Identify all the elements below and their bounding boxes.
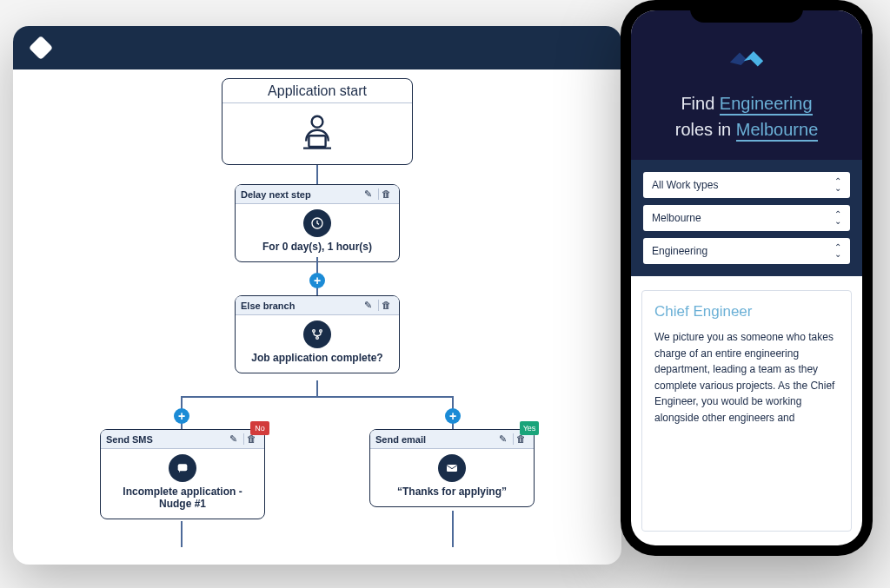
delete-icon[interactable]: 🗑 [378,300,394,311]
node-body: Incomplete application - Nudge #1 [101,482,264,519]
node-header: Send email ✎ 🗑 [370,430,534,449]
edit-icon[interactable]: ✎ [496,433,509,445]
svg-point-4 [313,330,315,333]
node-application-start[interactable]: Application start [222,78,413,165]
node-header-label: Delay next step [241,189,311,200]
node-header-label: Send SMS [106,434,153,445]
node-branch[interactable]: Else branch ✎ 🗑 Job application complete… [235,295,400,373]
node-delay[interactable]: Delay next step ✎ 🗑 For 0 day(s), 1 hour… [235,184,400,262]
stepper-icon: ⌃⌄ [834,211,841,225]
svg-point-6 [316,337,319,340]
job-description: We picture you as someone who takes char… [654,329,839,426]
node-header: Else branch ✎ 🗑 [236,296,399,315]
select-value: All Work types [652,179,718,191]
edit-icon[interactable]: ✎ [227,433,240,445]
person-laptop-icon [289,109,345,157]
add-step-button[interactable]: + [174,408,189,424]
workflow-canvas[interactable]: Application start Delay next step ✎ 🗑 [13,69,621,565]
mobile-app-screen: Find Engineering roles in Melbourne All … [631,10,862,545]
stepper-icon: ⌃⌄ [834,244,841,258]
select-value: Engineering [652,245,707,257]
hero-mid: roles in [675,120,736,139]
svg-rect-7 [178,464,188,471]
stepper-icon: ⌃⌄ [834,178,841,192]
hero-highlight-1[interactable]: Engineering [720,94,813,116]
app-header [13,26,621,69]
branch-icon [303,320,331,348]
hero-text: Find Engineering roles in Melbourne [647,90,847,142]
workflow-editor-panel: Application start Delay next step ✎ 🗑 [13,26,621,565]
connector [316,165,318,184]
node-title: Application start [222,79,412,103]
node-header: Delay next step ✎ 🗑 [236,185,399,204]
job-title: Chief Engineer [654,303,839,320]
clock-icon [303,209,331,237]
hero-section: Find Engineering roles in Melbourne [631,10,862,160]
node-header-label: Else branch [241,301,295,311]
node-body: Job application complete? [244,348,389,373]
node-send-email[interactable]: Yes Send email ✎ 🗑 “Thanks for applying” [369,429,535,507]
branch-badge-no: No [250,421,269,435]
connector [181,521,183,547]
brand-logo-icon [726,45,767,71]
category-select[interactable]: Engineering ⌃⌄ [643,238,850,264]
delete-icon[interactable]: 🗑 [378,188,394,200]
node-send-sms[interactable]: No Send SMS ✎ 🗑 Incomplete application -… [100,429,265,519]
connector [316,380,318,396]
phone-notch [690,0,803,23]
node-header: Send SMS ✎ 🗑 [101,430,264,449]
sms-icon [169,454,196,482]
node-header-label: Send email [375,434,426,445]
app-logo-icon [29,36,53,60]
add-step-button[interactable]: + [445,408,461,424]
svg-point-0 [312,116,323,128]
svg-rect-1 [309,135,325,147]
svg-rect-8 [447,465,457,472]
edit-icon[interactable]: ✎ [362,300,375,311]
email-icon [438,454,466,482]
branch-badge-yes: Yes [520,421,539,435]
hero-highlight-2[interactable]: Melbourne [736,120,819,142]
connector [181,396,454,398]
svg-point-5 [320,330,322,333]
select-value: Melbourne [652,212,701,224]
phone-frame: Find Engineering roles in Melbourne All … [621,0,873,556]
edit-icon[interactable]: ✎ [362,188,375,200]
worktype-select[interactable]: All Work types ⌃⌄ [643,172,850,198]
location-select[interactable]: Melbourne ⌃⌄ [643,205,850,231]
filter-bar: All Work types ⌃⌄ Melbourne ⌃⌄ Engineeri… [631,160,862,276]
connector [452,511,454,547]
hero-prefix: Find [681,94,719,113]
node-body: “Thanks for applying” [390,482,514,506]
add-step-button[interactable]: + [309,273,325,288]
job-card[interactable]: Chief Engineer We picture you as someone… [641,290,852,532]
